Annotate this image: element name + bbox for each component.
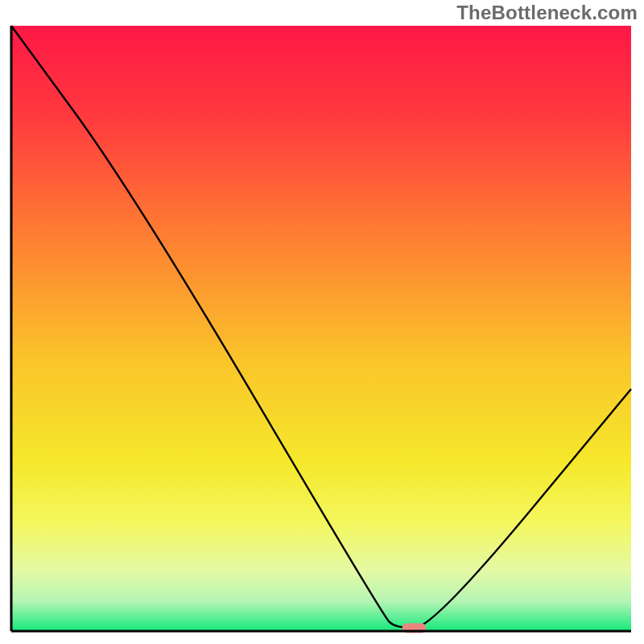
bottleneck-chart [0,0,644,644]
plot-background [11,26,631,631]
chart-container: TheBottleneck.com [0,0,644,644]
